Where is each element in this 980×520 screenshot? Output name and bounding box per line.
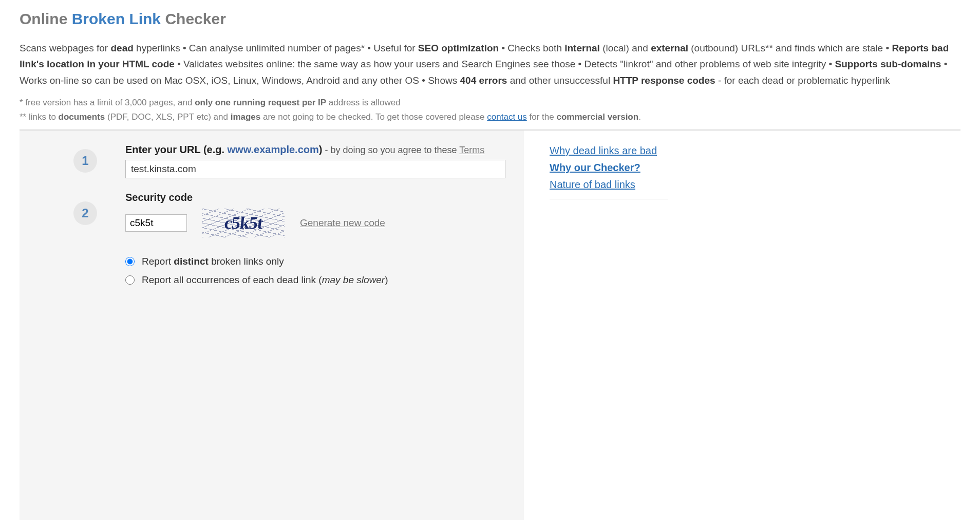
desc-bold: 404 errors xyxy=(460,75,507,86)
desc-bold: external xyxy=(651,43,688,53)
desc-bold: dead xyxy=(110,43,133,53)
step-badge-1: 1 xyxy=(73,149,97,173)
radio-all-label: Report all occurrences of each dead link… xyxy=(142,274,388,286)
sidebar-divider xyxy=(550,199,668,199)
sidebar-link-why-checker[interactable]: Why our Checker? xyxy=(550,162,955,174)
terms-link[interactable]: Terms xyxy=(459,145,484,155)
generate-new-code-link[interactable]: Generate new code xyxy=(300,217,385,229)
desc-part: hyperlinks • Can analyse unlimited numbe… xyxy=(134,43,418,53)
sidebar-link-nature[interactable]: Nature of bad links xyxy=(550,179,955,191)
fn-bold: commercial version xyxy=(556,112,638,122)
url-label-prefix: Enter your URL (e.g. xyxy=(125,144,228,155)
desc-bold: internal xyxy=(564,43,600,53)
footnote-1: * free version has a limit of 3,000 page… xyxy=(20,98,960,108)
step-badge-2: 2 xyxy=(73,201,97,225)
url-input[interactable] xyxy=(125,160,505,178)
fn-bold: only one running request per IP xyxy=(195,98,326,107)
fn-part: are not going to be checked. To get thos… xyxy=(260,112,487,122)
fn-part: address is allowed xyxy=(326,98,401,107)
desc-part: • Checks both xyxy=(499,43,564,53)
url-label: Enter your URL (e.g. www.example.com) - … xyxy=(125,144,505,156)
contact-us-link[interactable]: contact us xyxy=(487,112,527,122)
captcha-image: c5k5t xyxy=(202,209,285,237)
fn-bold: images xyxy=(231,112,261,122)
sidebar: Why dead links are bad Why our Checker? … xyxy=(544,131,960,520)
radio-all-occurrences[interactable]: Report all occurrences of each dead link… xyxy=(125,274,505,286)
desc-part: Scans webpages for xyxy=(20,43,110,53)
fn-part: (PDF, DOC, XLS, PPT etc) and xyxy=(105,112,230,122)
desc-part: and other unsuccessful xyxy=(507,75,613,86)
page-title: Online Broken Link Checker xyxy=(20,10,960,28)
radio-all-input[interactable] xyxy=(125,275,135,285)
desc-bold: HTTP response codes xyxy=(613,75,715,86)
security-code-input[interactable] xyxy=(125,214,187,232)
radio-distinct-label: Report distinct broken links only xyxy=(142,256,284,267)
fn-bold: documents xyxy=(59,112,105,122)
desc-bold: Supports sub-domains xyxy=(835,59,941,69)
footnote-2: ** links to documents (PDF, DOC, XLS, PP… xyxy=(20,112,960,122)
title-highlight: Broken Link xyxy=(72,10,161,27)
url-sublabel: - by doing so you agree to these xyxy=(322,145,459,155)
form-panel: 1 2 Enter your URL (e.g. www.example.com… xyxy=(20,131,524,520)
r1-bold: distinct xyxy=(174,256,209,267)
radio-distinct[interactable]: Report distinct broken links only xyxy=(125,256,505,267)
description-text: Scans webpages for dead hyperlinks • Can… xyxy=(20,40,960,88)
fn-part: ** links to xyxy=(20,112,59,122)
fn-part: . xyxy=(638,112,641,122)
desc-bold: SEO optimization xyxy=(418,43,499,53)
title-suffix: Checker xyxy=(161,10,226,27)
fn-part: for the xyxy=(527,112,557,122)
title-prefix: Online xyxy=(20,10,72,27)
desc-part: (local) and xyxy=(600,43,651,53)
security-code-label: Security code xyxy=(125,192,505,203)
captcha-text: c5k5t xyxy=(201,209,286,237)
r1-post: broken links only xyxy=(209,256,284,267)
fn-part: * free version has a limit of 3,000 page… xyxy=(20,98,195,107)
radio-distinct-input[interactable] xyxy=(125,257,135,266)
url-label-example: www.example.com xyxy=(228,144,319,155)
desc-part: (outbound) URLs** and finds which are st… xyxy=(688,43,892,53)
r2-italic: may be slower xyxy=(322,274,385,285)
r2-post: ) xyxy=(385,274,388,285)
sidebar-link-why-bad[interactable]: Why dead links are bad xyxy=(550,145,955,157)
desc-part: • Validates websites online: the same wa… xyxy=(175,59,835,69)
r1-pre: Report xyxy=(142,256,174,267)
desc-part: - for each dead or problematic hyperlink xyxy=(715,75,890,86)
r2-pre: Report all occurrences of each dead link… xyxy=(142,274,322,285)
